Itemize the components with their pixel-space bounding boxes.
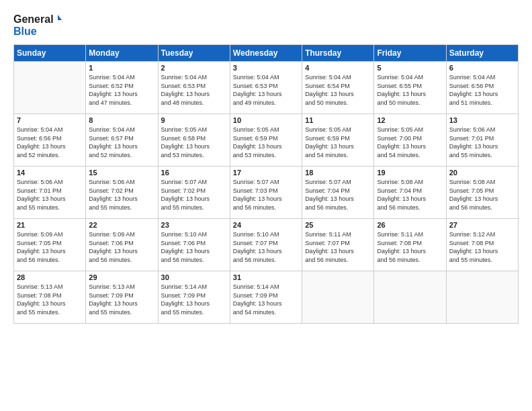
day-info: Sunrise: 5:11 AMSunset: 7:08 PMDaylight:… — [377, 230, 443, 264]
day-info: Sunrise: 5:05 AMSunset: 6:59 PMDaylight:… — [305, 126, 371, 159]
svg-text:Blue: Blue — [13, 26, 37, 37]
calendar-cell: 15Sunrise: 5:06 AMSunset: 7:02 PMDayligh… — [86, 167, 158, 219]
calendar-cell: 9Sunrise: 5:05 AMSunset: 6:58 PMDaylight… — [158, 114, 230, 167]
day-number: 21 — [17, 221, 83, 229]
weekday-header-thursday: Thursday — [302, 45, 374, 62]
day-info: Sunrise: 5:04 AMSunset: 6:54 PMDaylight:… — [305, 73, 371, 107]
day-number: 29 — [89, 273, 154, 281]
day-info: Sunrise: 5:13 AMSunset: 7:08 PMDaylight:… — [17, 283, 83, 316]
day-info: Sunrise: 5:04 AMSunset: 6:57 PMDaylight:… — [89, 126, 154, 159]
day-info: Sunrise: 5:06 AMSunset: 7:01 PMDaylight:… — [449, 126, 515, 159]
day-number: 25 — [305, 221, 371, 229]
day-number: 9 — [161, 116, 227, 124]
week-row-3: 14Sunrise: 5:06 AMSunset: 7:01 PMDayligh… — [14, 167, 519, 219]
calendar-cell: 8Sunrise: 5:04 AMSunset: 6:57 PMDaylight… — [86, 114, 158, 167]
week-row-5: 28Sunrise: 5:13 AMSunset: 7:08 PMDayligh… — [14, 271, 519, 324]
weekday-header-tuesday: Tuesday — [158, 45, 230, 62]
calendar-cell: 18Sunrise: 5:07 AMSunset: 7:04 PMDayligh… — [302, 167, 374, 219]
calendar-cell: 14Sunrise: 5:06 AMSunset: 7:01 PMDayligh… — [14, 167, 86, 219]
day-number: 13 — [449, 116, 515, 124]
day-number: 22 — [89, 221, 154, 229]
day-info: Sunrise: 5:06 AMSunset: 7:02 PMDaylight:… — [89, 178, 154, 212]
calendar-cell: 11Sunrise: 5:05 AMSunset: 6:59 PMDayligh… — [302, 114, 374, 167]
calendar-page: GeneralBlue SundayMondayTuesdayWednesday… — [0, 0, 532, 411]
calendar-cell: 21Sunrise: 5:09 AMSunset: 7:05 PMDayligh… — [14, 219, 86, 271]
day-number: 14 — [17, 169, 83, 177]
calendar-table: SundayMondayTuesdayWednesdayThursdayFrid… — [13, 44, 519, 324]
day-number: 15 — [89, 169, 154, 177]
day-number: 20 — [449, 169, 515, 177]
day-number: 7 — [17, 116, 83, 124]
day-info: Sunrise: 5:04 AMSunset: 6:56 PMDaylight:… — [449, 73, 515, 107]
header: GeneralBlue — [13, 11, 519, 39]
day-number: 4 — [305, 64, 371, 72]
calendar-cell: 20Sunrise: 5:08 AMSunset: 7:05 PMDayligh… — [446, 167, 518, 219]
calendar-cell: 10Sunrise: 5:05 AMSunset: 6:59 PMDayligh… — [230, 114, 302, 167]
day-info: Sunrise: 5:08 AMSunset: 7:05 PMDaylight:… — [449, 178, 515, 212]
day-info: Sunrise: 5:10 AMSunset: 7:07 PMDaylight:… — [233, 230, 299, 264]
day-number: 16 — [161, 169, 227, 177]
day-info: Sunrise: 5:14 AMSunset: 7:09 PMDaylight:… — [233, 283, 299, 316]
day-info: Sunrise: 5:04 AMSunset: 6:53 PMDaylight:… — [161, 73, 227, 107]
day-info: Sunrise: 5:12 AMSunset: 7:08 PMDaylight:… — [449, 230, 515, 264]
day-info: Sunrise: 5:06 AMSunset: 7:01 PMDaylight:… — [17, 178, 83, 212]
day-number: 28 — [17, 273, 83, 281]
weekday-header-sunday: Sunday — [14, 45, 86, 62]
day-info: Sunrise: 5:13 AMSunset: 7:09 PMDaylight:… — [89, 283, 154, 316]
calendar-cell: 28Sunrise: 5:13 AMSunset: 7:08 PMDayligh… — [14, 271, 86, 324]
calendar-cell: 7Sunrise: 5:04 AMSunset: 6:56 PMDaylight… — [14, 114, 86, 167]
day-number: 8 — [89, 116, 154, 124]
weekday-header-wednesday: Wednesday — [230, 45, 302, 62]
day-info: Sunrise: 5:09 AMSunset: 7:05 PMDaylight:… — [17, 230, 83, 264]
day-number: 17 — [233, 169, 299, 177]
calendar-cell — [374, 271, 446, 324]
day-info: Sunrise: 5:04 AMSunset: 6:52 PMDaylight:… — [89, 73, 154, 107]
svg-marker-1 — [58, 15, 62, 20]
week-row-2: 7Sunrise: 5:04 AMSunset: 6:56 PMDaylight… — [14, 114, 519, 167]
calendar-cell: 12Sunrise: 5:05 AMSunset: 7:00 PMDayligh… — [374, 114, 446, 167]
day-number: 11 — [305, 116, 371, 124]
day-number: 24 — [233, 221, 299, 229]
weekday-header-friday: Friday — [374, 45, 446, 62]
week-row-1: 1Sunrise: 5:04 AMSunset: 6:52 PMDaylight… — [14, 62, 519, 114]
day-number: 5 — [377, 64, 443, 72]
calendar-cell: 19Sunrise: 5:08 AMSunset: 7:04 PMDayligh… — [374, 167, 446, 219]
calendar-cell: 6Sunrise: 5:04 AMSunset: 6:56 PMDaylight… — [446, 62, 518, 114]
calendar-cell: 1Sunrise: 5:04 AMSunset: 6:52 PMDaylight… — [86, 62, 158, 114]
day-number: 31 — [233, 273, 299, 281]
calendar-cell: 24Sunrise: 5:10 AMSunset: 7:07 PMDayligh… — [230, 219, 302, 271]
calendar-cell — [14, 62, 86, 114]
calendar-cell: 16Sunrise: 5:07 AMSunset: 7:02 PMDayligh… — [158, 167, 230, 219]
calendar-cell: 29Sunrise: 5:13 AMSunset: 7:09 PMDayligh… — [86, 271, 158, 324]
calendar-cell: 17Sunrise: 5:07 AMSunset: 7:03 PMDayligh… — [230, 167, 302, 219]
logo: GeneralBlue — [13, 11, 67, 39]
day-info: Sunrise: 5:08 AMSunset: 7:04 PMDaylight:… — [377, 178, 443, 212]
day-number: 30 — [161, 273, 227, 281]
day-number: 26 — [377, 221, 443, 229]
day-info: Sunrise: 5:09 AMSunset: 7:06 PMDaylight:… — [89, 230, 154, 264]
day-info: Sunrise: 5:11 AMSunset: 7:07 PMDaylight:… — [305, 230, 371, 264]
day-info: Sunrise: 5:07 AMSunset: 7:04 PMDaylight:… — [305, 178, 371, 212]
calendar-cell: 31Sunrise: 5:14 AMSunset: 7:09 PMDayligh… — [230, 271, 302, 324]
logo-svg: GeneralBlue — [13, 11, 67, 39]
day-info: Sunrise: 5:04 AMSunset: 6:56 PMDaylight:… — [17, 126, 83, 159]
calendar-cell: 4Sunrise: 5:04 AMSunset: 6:54 PMDaylight… — [302, 62, 374, 114]
day-number: 6 — [449, 64, 515, 72]
day-number: 1 — [89, 64, 154, 72]
calendar-cell: 25Sunrise: 5:11 AMSunset: 7:07 PMDayligh… — [302, 219, 374, 271]
day-info: Sunrise: 5:05 AMSunset: 6:59 PMDaylight:… — [233, 126, 299, 159]
day-info: Sunrise: 5:07 AMSunset: 7:03 PMDaylight:… — [233, 178, 299, 212]
calendar-cell: 23Sunrise: 5:10 AMSunset: 7:06 PMDayligh… — [158, 219, 230, 271]
day-info: Sunrise: 5:04 AMSunset: 6:53 PMDaylight:… — [233, 73, 299, 107]
day-number: 10 — [233, 116, 299, 124]
calendar-cell: 30Sunrise: 5:14 AMSunset: 7:09 PMDayligh… — [158, 271, 230, 324]
calendar-cell: 13Sunrise: 5:06 AMSunset: 7:01 PMDayligh… — [446, 114, 518, 167]
day-info: Sunrise: 5:07 AMSunset: 7:02 PMDaylight:… — [161, 178, 227, 212]
calendar-cell: 5Sunrise: 5:04 AMSunset: 6:55 PMDaylight… — [374, 62, 446, 114]
day-number: 19 — [377, 169, 443, 177]
day-number: 12 — [377, 116, 443, 124]
svg-text:General: General — [13, 13, 54, 25]
week-row-4: 21Sunrise: 5:09 AMSunset: 7:05 PMDayligh… — [14, 219, 519, 271]
day-info: Sunrise: 5:14 AMSunset: 7:09 PMDaylight:… — [161, 283, 227, 316]
day-number: 18 — [305, 169, 371, 177]
